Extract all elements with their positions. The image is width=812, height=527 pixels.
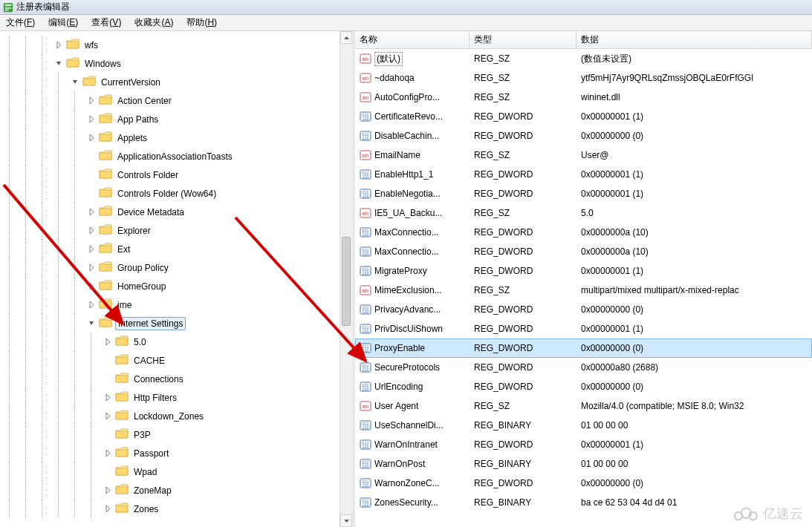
- expand-icon[interactable]: [88, 208, 96, 216]
- value-name-cell[interactable]: 011110ZonesSecurity...: [355, 497, 470, 508]
- value-name-cell[interactable]: 011110EnableNegotia...: [355, 188, 470, 200]
- value-name-cell[interactable]: 011110ProxyEnable: [355, 342, 470, 354]
- tree-item-label[interactable]: Group Policy: [115, 262, 171, 274]
- tree-item-label[interactable]: Lockdown_Zones: [131, 410, 206, 422]
- tree-item[interactable]: Windows: [0, 54, 352, 73]
- tree-item-label[interactable]: Connections: [131, 373, 186, 385]
- value-name-cell[interactable]: 011110WarnOnIntranet: [355, 439, 470, 451]
- value-name-cell[interactable]: abAutoConfigPro...: [355, 91, 470, 103]
- tree-item[interactable]: Device Metadata: [0, 203, 352, 221]
- expand-icon[interactable]: [104, 338, 112, 346]
- menu-item-a[interactable]: 收藏夹(A): [131, 15, 176, 30]
- value-name-cell[interactable]: 011110MaxConnectio...: [355, 226, 470, 238]
- value-row[interactable]: 011110MaxConnectio...REG_DWORD0x0000000a…: [355, 223, 812, 242]
- value-row[interactable]: 011110SecureProtocolsREG_DWORD0x00000a80…: [355, 358, 812, 377]
- value-row[interactable]: abUser AgentREG_SZMozilla/4.0 (compatibl…: [355, 396, 812, 416]
- expand-icon[interactable]: [104, 393, 112, 402]
- value-row[interactable]: 011110DisableCachin...REG_DWORD0x0000000…: [355, 126, 812, 145]
- tree-item-label[interactable]: CACHE: [131, 355, 167, 367]
- expand-icon[interactable]: [88, 282, 96, 290]
- scroll-thumb[interactable]: [342, 237, 351, 326]
- expand-icon[interactable]: [104, 505, 112, 513]
- tree-item-label[interactable]: Wpad: [131, 466, 159, 478]
- tree-item-label[interactable]: Controls Folder: [115, 169, 181, 181]
- tree-scrollbar[interactable]: [340, 31, 352, 527]
- tree-item[interactable]: Explorer: [0, 221, 352, 240]
- value-name-cell[interactable]: 011110PrivacyAdvanc...: [355, 304, 470, 315]
- tree-item[interactable]: Controls Folder: [0, 166, 352, 184]
- expand-icon[interactable]: [55, 41, 63, 49]
- tree-item[interactable]: Controls Folder (Wow64): [0, 184, 352, 203]
- tree-item-label[interactable]: Explorer: [115, 225, 153, 237]
- tree-item-label[interactable]: CurrentVersion: [99, 76, 163, 88]
- tree-item-label[interactable]: Internet Settings: [115, 317, 186, 330]
- value-row[interactable]: abEmailNameREG_SZUser@: [355, 145, 812, 165]
- tree-item[interactable]: Wpad: [0, 462, 352, 481]
- value-name-cell[interactable]: abIE5_UA_Backu...: [355, 207, 470, 219]
- tree-item[interactable]: Connections: [0, 370, 352, 388]
- expand-icon[interactable]: [104, 412, 112, 420]
- expand-icon[interactable]: [88, 264, 96, 272]
- tree-item[interactable]: Applets: [0, 128, 352, 147]
- tree-item[interactable]: CurrentVersion: [0, 73, 352, 91]
- value-row[interactable]: 011110PrivacyAdvanc...REG_DWORD0x0000000…: [355, 300, 812, 319]
- tree-item-label[interactable]: HomeGroup: [115, 281, 168, 292]
- value-row[interactable]: ab(默认)REG_SZ(数值未设置): [355, 49, 812, 68]
- tree-item[interactable]: HomeGroup: [0, 277, 352, 295]
- tree-item[interactable]: 5.0: [0, 333, 352, 351]
- expand-icon[interactable]: [88, 134, 96, 142]
- tree-item[interactable]: P3P: [0, 425, 352, 444]
- tree-item-label[interactable]: Action Center: [115, 95, 174, 107]
- menu-item-v[interactable]: 查看(V): [88, 15, 124, 30]
- scroll-track[interactable]: [340, 44, 352, 514]
- value-row[interactable]: 011110UseSchannelDi...REG_BINARY01 00 00…: [355, 416, 812, 435]
- column-data[interactable]: 数据: [576, 31, 812, 48]
- tree-item-label[interactable]: Ext: [115, 243, 132, 255]
- values-list[interactable]: ab(默认)REG_SZ(数值未设置)ab~ddahoqaREG_SZytf5m…: [355, 49, 812, 527]
- tree-item[interactable]: Http Filters: [0, 388, 352, 407]
- tree-item[interactable]: ime: [0, 295, 352, 314]
- tree-item[interactable]: App Paths: [0, 110, 352, 128]
- scroll-up-button[interactable]: [340, 31, 352, 44]
- tree-item[interactable]: Ext: [0, 240, 352, 258]
- value-name-cell[interactable]: 011110DisableCachin...: [355, 130, 470, 142]
- expand-icon[interactable]: [104, 486, 112, 494]
- value-row[interactable]: abIE5_UA_Backu...REG_SZ5.0: [355, 203, 812, 223]
- value-row[interactable]: abAutoConfigPro...REG_SZwininet.dll: [355, 88, 812, 107]
- value-row[interactable]: ab~ddahoqaREG_SZytf5mHj7Ayr9QRLsqZmssjOB…: [355, 68, 812, 88]
- menu-item-f[interactable]: 文件(F): [3, 15, 38, 30]
- tree-item-label[interactable]: ZoneMap: [131, 485, 174, 497]
- collapse-icon[interactable]: [88, 319, 96, 327]
- expand-icon[interactable]: [104, 449, 112, 457]
- expand-icon[interactable]: [88, 245, 96, 253]
- value-row[interactable]: 011110PrivDiscUiShownREG_DWORD0x00000001…: [355, 319, 812, 338]
- value-row[interactable]: 011110MaxConnectio...REG_DWORD0x0000000a…: [355, 242, 812, 261]
- expand-icon[interactable]: [88, 301, 96, 309]
- value-row[interactable]: 011110WarnOnPostREG_BINARY01 00 00 00: [355, 454, 812, 474]
- expand-icon[interactable]: [88, 115, 96, 123]
- collapse-icon[interactable]: [55, 59, 63, 68]
- value-name-cell[interactable]: 011110EnableHttp1_1: [355, 168, 470, 180]
- value-row[interactable]: 011110WarnonZoneC...REG_DWORD0x00000000 …: [355, 474, 812, 493]
- tree-item[interactable]: Zones: [0, 500, 352, 518]
- tree-item[interactable]: ApplicationAssociationToasts: [0, 147, 352, 166]
- value-row[interactable]: 011110UrlEncodingREG_DWORD0x00000000 (0): [355, 377, 812, 396]
- list-header[interactable]: 名称 类型 数据: [355, 31, 812, 49]
- tree-item-label[interactable]: Zones: [131, 503, 160, 515]
- value-name-cell[interactable]: 011110UseSchannelDi...: [355, 419, 470, 431]
- collapse-icon[interactable]: [71, 78, 79, 86]
- tree-item[interactable]: CACHE: [0, 351, 352, 370]
- menu-item-e[interactable]: 编辑(E): [45, 15, 81, 30]
- value-name-cell[interactable]: abMimeExclusion...: [355, 284, 470, 296]
- value-name-cell[interactable]: ab(默认): [355, 52, 470, 66]
- tree-item-label[interactable]: App Paths: [115, 114, 160, 125]
- value-name-cell[interactable]: 011110UrlEncoding: [355, 381, 470, 393]
- value-row[interactable]: 011110EnableHttp1_1REG_DWORD0x00000001 (…: [355, 165, 812, 184]
- column-name[interactable]: 名称: [355, 31, 470, 48]
- tree-item[interactable]: wfs: [0, 36, 352, 54]
- tree-item[interactable]: Action Center: [0, 91, 352, 110]
- value-name-cell[interactable]: abUser Agent: [355, 400, 470, 412]
- tree-item-label[interactable]: wfs: [82, 39, 100, 51]
- value-name-cell[interactable]: 011110SecureProtocols: [355, 361, 470, 373]
- tree-item-label[interactable]: Windows: [82, 58, 123, 70]
